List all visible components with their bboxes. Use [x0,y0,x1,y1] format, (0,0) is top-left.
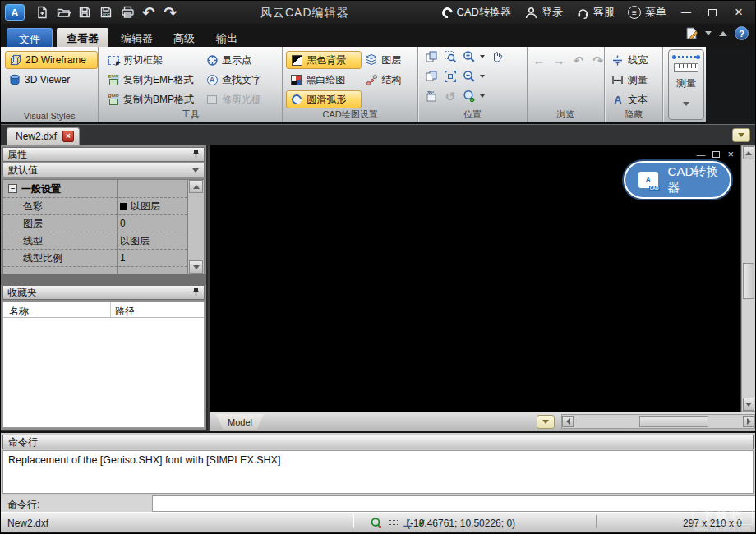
tab-editor[interactable]: 编辑器 [111,28,163,47]
properties-header[interactable]: 属性 [2,147,205,162]
line-width-icon [611,53,625,67]
black-background-toggle[interactable]: 黑色背景 [286,51,362,69]
property-row-linetype[interactable]: 线型 以图层 [3,232,204,250]
minimize-button[interactable]: — [675,2,698,22]
document-tab[interactable]: New2.dxf × [7,127,80,146]
annotate-icon[interactable] [685,27,698,40]
drawing-canvas[interactable]: — × A CAD转换器 [210,145,740,412]
copy-view-icon[interactable] [425,70,438,83]
favorites-header[interactable]: 收藏夹 [2,285,205,300]
save-as-pdf-button[interactable]: PDF [95,2,117,22]
measure-big-button[interactable]: 测量 [668,49,704,120]
zoom-window-icon[interactable] [444,50,457,63]
scroll-right-icon[interactable] [743,416,754,427]
help-icon[interactable]: ? [735,26,749,40]
line-width-toggle[interactable]: 线宽 [608,51,662,69]
print-button[interactable] [117,2,138,22]
pin-icon[interactable] [192,287,200,298]
collapse-group-icon[interactable]: – [8,184,17,193]
snap-icon[interactable] [369,516,382,529]
pan-hand-icon[interactable] [491,50,504,63]
tab-advanced[interactable]: 高级 [164,28,205,47]
column-path[interactable]: 路径 [115,305,135,319]
clip-frame-button[interactable]: 剪切框架 [104,51,202,69]
close-document-icon[interactable]: × [62,131,74,142]
fit-to-screen-icon[interactable] [444,70,457,83]
scroll-down-icon[interactable] [189,260,203,274]
close-button[interactable]: × [727,2,750,22]
column-divider[interactable] [110,302,111,317]
model-tab[interactable]: Model [216,414,264,430]
panel-splitter[interactable] [1,274,206,285]
new-file-button[interactable] [31,2,53,22]
scrollbar-thumb[interactable] [639,416,708,427]
redo-button[interactable]: ↷ [159,2,181,22]
mdi-minimize-icon[interactable]: — [696,150,705,159]
open-file-button[interactable] [53,2,74,22]
property-row-ltscale[interactable]: 线型比例 1 [3,250,204,267]
tab-viewer[interactable]: 查看器 [57,28,108,47]
command-input[interactable] [153,495,755,512]
save-button[interactable] [74,2,95,22]
command-prompt-label: 命令行: [1,495,153,512]
menu-button[interactable]: ≡ 菜单 [623,1,671,24]
preset-dropdown[interactable]: 默认值 [2,163,205,177]
text-toggle[interactable]: A 文本 [608,90,662,108]
canvas-horizontal-scrollbar[interactable] [561,414,755,429]
measure-toggle[interactable]: 测量 [608,71,662,89]
layers-button[interactable]: 图层 [362,51,413,69]
bw-drawing-toggle[interactable]: 黑白绘图 [286,71,362,89]
property-group-row[interactable]: – 一般设置 [3,180,204,198]
viewer-3d-button[interactable]: 3D Viewer [5,71,98,89]
group-label-browse: 浏览 [528,108,604,121]
measure-dropdown-icon[interactable] [683,102,689,106]
layout-list-dropdown[interactable] [537,415,555,429]
grid-icon[interactable] [387,518,398,528]
scroll-down-icon[interactable] [743,398,754,411]
favorites-list[interactable] [2,318,205,428]
annotate-dropdown-icon[interactable] [705,31,712,35]
property-row-color[interactable]: 色彩 以图层 [3,198,204,215]
property-row-layer[interactable]: 图层 0 [3,215,204,232]
canvas-vertical-scrollbar[interactable] [741,145,756,412]
zoom-out-dropdown-icon[interactable] [480,75,485,78]
mdi-close-icon[interactable]: × [727,148,734,160]
maximize-button[interactable] [701,2,724,22]
command-panel-header[interactable]: 命令行 [2,435,754,449]
copy-emf-button[interactable]: EMF 复制为EMF格式 [104,71,202,89]
zoom-extents-dropdown-icon[interactable] [480,94,485,98]
mdi-controls: — × [696,148,734,160]
document-tab-bar: New2.dxf × [1,124,755,145]
scroll-left-icon[interactable] [562,416,574,427]
copy-bmp-button[interactable]: BMP 复制为BMP格式 [104,90,202,108]
smooth-arc-toggle[interactable]: 圆滑弧形 [286,90,362,108]
cad-converter-button[interactable]: CAD转换器 [437,1,516,24]
left-panel: 属性 默认值 – 一般设置 色彩 以图层 图层 0 [1,145,208,430]
command-panel: 命令行 Replacement of the [Geniso.SHX] font… [1,431,755,495]
scroll-up-icon[interactable] [743,146,754,159]
property-grid-scrollbar[interactable] [187,180,204,274]
undo-button[interactable]: ↶ [138,2,159,22]
tab-file[interactable]: 文件 [7,28,53,47]
scroll-up-icon[interactable] [189,180,203,193]
find-text-button[interactable]: A 查找文字 [202,71,281,89]
show-points-button[interactable]: 显示点 [202,51,281,69]
zoom-out-icon[interactable] [463,70,476,83]
wireframe-2d-button[interactable]: 2D Wireframe [5,51,98,69]
zoom-in-icon[interactable] [463,50,476,63]
login-button[interactable]: 登录 [519,1,568,24]
mdi-restore-icon[interactable] [712,151,720,158]
support-button[interactable]: 客服 [571,1,620,24]
pin-icon[interactable] [192,149,200,160]
scrollbar-thumb[interactable] [743,263,754,299]
zoom-extents-icon[interactable] [463,90,476,103]
bring-pages-icon[interactable] [425,50,438,63]
structure-button[interactable]: 结构 [362,71,413,89]
collapse-ribbon-icon[interactable] [719,31,727,36]
column-name[interactable]: 名称 [9,305,29,319]
zoom-in-dropdown-icon[interactable] [480,55,485,58]
cad-converter-overlay-button[interactable]: A CAD转换器 [624,161,731,199]
tab-output[interactable]: 输出 [206,28,247,47]
tab-list-dropdown[interactable] [732,128,750,142]
rotate-angle-icon[interactable]: 35° [425,90,438,103]
